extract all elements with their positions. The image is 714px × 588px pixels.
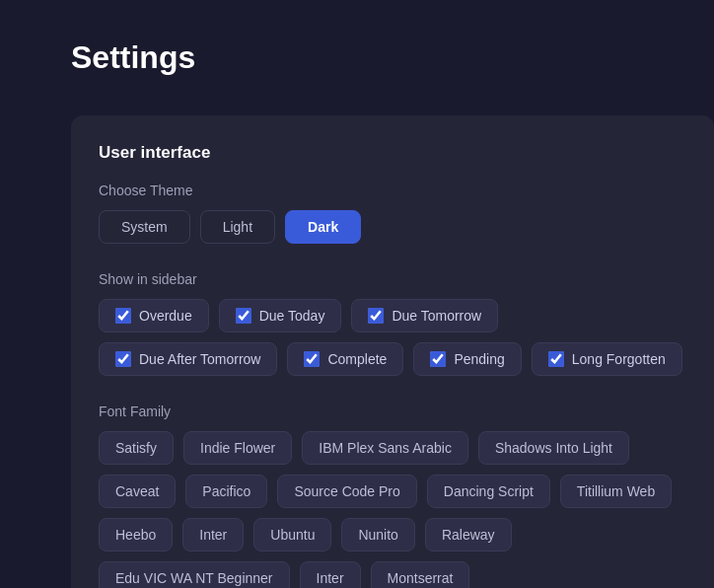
sidebar-item-pending[interactable]: Pending <box>413 342 521 376</box>
section-title: User interface <box>99 143 686 163</box>
theme-dark-button[interactable]: Dark <box>285 210 361 244</box>
theme-selector: System Light Dark <box>99 210 686 244</box>
font-caveat[interactable]: Caveat <box>99 475 176 508</box>
font-indie-flower[interactable]: Indie Flower <box>183 431 292 465</box>
font-shadows-into-light[interactable]: Shadows Into Light <box>478 431 629 465</box>
font-ibm-plex-sans-arabic[interactable]: IBM Plex Sans Arabic <box>302 431 468 465</box>
due-today-label: Due Today <box>259 308 325 324</box>
font-label: Font Family <box>99 404 686 419</box>
long-forgotten-label: Long Forgotten <box>572 351 666 367</box>
font-edu-vic[interactable]: Edu VIC WA NT Beginner <box>99 561 290 588</box>
sidebar-item-overdue[interactable]: Overdue <box>99 299 209 332</box>
theme-system-button[interactable]: System <box>99 210 190 244</box>
font-dancing-script[interactable]: Dancing Script <box>427 475 550 508</box>
sidebar-item-due-today[interactable]: Due Today <box>219 299 342 332</box>
sidebar-item-due-tomorrow[interactable]: Due Tomorrow <box>351 299 498 332</box>
overdue-checkbox[interactable] <box>115 308 131 324</box>
theme-label: Choose Theme <box>99 183 686 198</box>
complete-checkbox[interactable] <box>304 351 320 367</box>
pending-checkbox[interactable] <box>430 351 446 367</box>
font-section: Font Family Satisfy Indie Flower IBM Ple… <box>99 404 686 588</box>
due-tomorrow-label: Due Tomorrow <box>392 308 481 324</box>
theme-light-button[interactable]: Light <box>200 210 275 244</box>
sidebar-checkboxes: Overdue Due Today Due Tomorrow Due After… <box>99 299 686 376</box>
font-grid: Satisfy Indie Flower IBM Plex Sans Arabi… <box>99 431 686 588</box>
page-title: Settings <box>71 39 714 76</box>
complete-label: Complete <box>327 351 387 367</box>
font-titillium-web[interactable]: Titillium Web <box>560 475 672 508</box>
font-nunito[interactable]: Nunito <box>341 518 414 551</box>
font-ubuntu[interactable]: Ubuntu <box>253 518 331 551</box>
sidebar-item-complete[interactable]: Complete <box>287 342 403 376</box>
pending-label: Pending <box>454 351 504 367</box>
overdue-label: Overdue <box>139 308 192 324</box>
due-tomorrow-checkbox[interactable] <box>368 308 384 324</box>
sidebar-label: Show in sidebar <box>99 271 686 287</box>
font-raleway[interactable]: Raleway <box>425 518 512 551</box>
due-today-checkbox[interactable] <box>236 308 251 324</box>
sidebar-item-due-after-tomorrow[interactable]: Due After Tomorrow <box>99 342 277 376</box>
sidebar-section: Show in sidebar Overdue Due Today Due To… <box>99 271 686 376</box>
font-pacifico[interactable]: Pacifico <box>185 475 267 508</box>
due-after-tomorrow-checkbox[interactable] <box>115 351 131 367</box>
font-montserrat[interactable]: Montserrat <box>371 561 470 588</box>
sidebar-item-long-forgotten[interactable]: Long Forgotten <box>532 342 682 376</box>
font-source-code-pro[interactable]: Source Code Pro <box>277 475 416 508</box>
font-heebo[interactable]: Heebo <box>99 518 173 551</box>
settings-card: User interface Choose Theme System Light… <box>71 115 714 588</box>
font-inter[interactable]: Inter <box>182 518 244 551</box>
long-forgotten-checkbox[interactable] <box>548 351 564 367</box>
due-after-tomorrow-label: Due After Tomorrow <box>139 351 260 367</box>
font-satisfy[interactable]: Satisfy <box>99 431 174 465</box>
font-inter-2[interactable]: Inter <box>300 561 361 588</box>
page: Settings User interface Choose Theme Sys… <box>0 0 714 588</box>
